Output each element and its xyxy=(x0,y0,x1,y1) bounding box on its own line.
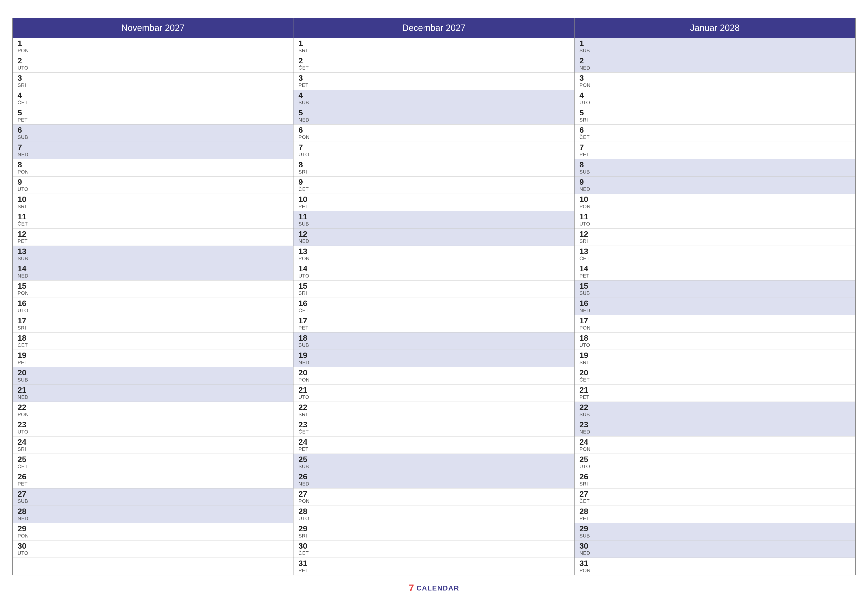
day-number: 13 xyxy=(298,247,312,255)
day-name: NED xyxy=(580,187,593,192)
day-name: PET xyxy=(17,117,31,123)
day-name: UTO xyxy=(298,152,312,157)
day-number: 10 xyxy=(17,195,31,203)
day-name: SRI xyxy=(580,360,593,365)
day-name: SRI xyxy=(17,446,31,452)
day-row: 12SRI xyxy=(575,229,856,246)
day-number: 18 xyxy=(580,334,593,342)
logo: 7 CALENDAR xyxy=(409,583,459,594)
day-row: 6SUB xyxy=(12,124,293,142)
day-number: 21 xyxy=(17,386,31,394)
day-name: PON xyxy=(17,412,31,417)
day-number: 6 xyxy=(17,126,31,134)
day-name: PON xyxy=(17,291,31,296)
day-name: ČET xyxy=(17,100,31,106)
day-number: 11 xyxy=(17,213,31,221)
day-row: 28UTO xyxy=(293,506,574,523)
day-number: 2 xyxy=(580,57,593,65)
day-number: 6 xyxy=(298,126,312,134)
day-name: PON xyxy=(580,204,593,210)
day-number: 23 xyxy=(580,421,593,429)
day-row: 25ČET xyxy=(12,454,293,471)
day-row: 29PON xyxy=(12,523,293,541)
day-number: 31 xyxy=(580,559,593,567)
day-name: SUB xyxy=(17,498,31,504)
day-row: 6ČET xyxy=(575,124,856,142)
day-name: PON xyxy=(17,169,31,175)
day-row: 23ČET xyxy=(293,419,574,437)
day-name: ČET xyxy=(17,464,31,469)
day-name: SRI xyxy=(580,481,593,487)
day-name: SUB xyxy=(580,169,593,175)
day-name: SRI xyxy=(298,169,312,175)
day-name: SRI xyxy=(580,238,593,244)
day-row: 20SUB xyxy=(12,367,293,384)
day-name: SRI xyxy=(17,204,31,210)
month-header-2: Januar 2028 xyxy=(575,18,856,38)
day-name: SRI xyxy=(298,48,312,53)
day-row: 21UTO xyxy=(293,384,574,402)
day-number: 5 xyxy=(580,109,593,117)
day-name: PON xyxy=(580,82,593,88)
day-name: PON xyxy=(17,48,31,53)
day-number: 23 xyxy=(298,421,312,429)
day-number: 17 xyxy=(580,317,593,325)
day-name: PET xyxy=(17,238,31,244)
day-number: 15 xyxy=(17,282,31,290)
day-row: 22PON xyxy=(12,402,293,419)
day-row: 18UTO xyxy=(575,333,856,350)
day-name: NED xyxy=(17,152,31,157)
day-number: 22 xyxy=(17,403,31,411)
day-row: 19NED xyxy=(293,350,574,367)
day-name: SUB xyxy=(580,48,593,53)
day-row: 9UTO xyxy=(12,177,293,194)
day-row: 7NED xyxy=(12,142,293,159)
day-name: UTO xyxy=(298,516,312,521)
day-row: 14PET xyxy=(575,263,856,280)
day-row: 24PET xyxy=(293,437,574,454)
day-name: ČET xyxy=(580,377,593,383)
day-row: 20PON xyxy=(293,367,574,384)
day-number: 20 xyxy=(17,368,31,376)
day-number: 10 xyxy=(298,195,312,203)
day-row: 28NED xyxy=(12,506,293,523)
day-name: SUB xyxy=(17,134,31,140)
day-row: 17PON xyxy=(575,315,856,333)
day-number: 13 xyxy=(17,247,31,255)
day-name: SRI xyxy=(298,291,312,296)
month-header-1: Decembar 2027 xyxy=(293,18,574,38)
day-row: 8PON xyxy=(12,159,293,177)
day-number: 5 xyxy=(298,109,312,117)
day-row: 2ČET xyxy=(293,55,574,73)
day-number: 26 xyxy=(580,473,593,480)
day-name: PET xyxy=(580,516,593,521)
day-row: 2NED xyxy=(575,55,856,73)
day-number: 30 xyxy=(17,542,31,550)
day-name: SRI xyxy=(17,82,31,88)
day-number: 3 xyxy=(580,74,593,82)
day-number: 11 xyxy=(298,213,312,221)
day-number: 22 xyxy=(580,403,593,411)
month-column-0: Novembar 20271PON2UTO3SRI4ČET5PET6SUB7NE… xyxy=(12,18,293,575)
day-name: PET xyxy=(17,481,31,487)
day-name: ČET xyxy=(298,429,312,435)
day-name: PON xyxy=(298,377,312,383)
day-row: 12NED xyxy=(293,229,574,246)
day-number: 16 xyxy=(17,299,31,307)
day-row: 17SRI xyxy=(12,315,293,333)
day-number: 28 xyxy=(17,507,31,515)
day-row: 26SRI xyxy=(575,471,856,488)
day-name: ČET xyxy=(298,550,312,556)
day-number: 15 xyxy=(298,282,312,290)
day-name: NED xyxy=(17,516,31,521)
day-name: ČET xyxy=(298,187,312,192)
day-number: 25 xyxy=(298,455,312,463)
day-row: 6PON xyxy=(293,124,574,142)
day-row: 30ČET xyxy=(293,541,574,558)
day-number: 24 xyxy=(580,438,593,446)
day-name: PON xyxy=(580,568,593,574)
day-number: 27 xyxy=(298,490,312,498)
day-name: ČET xyxy=(580,498,593,504)
day-name: UTO xyxy=(580,221,593,227)
day-number: 21 xyxy=(580,386,593,394)
